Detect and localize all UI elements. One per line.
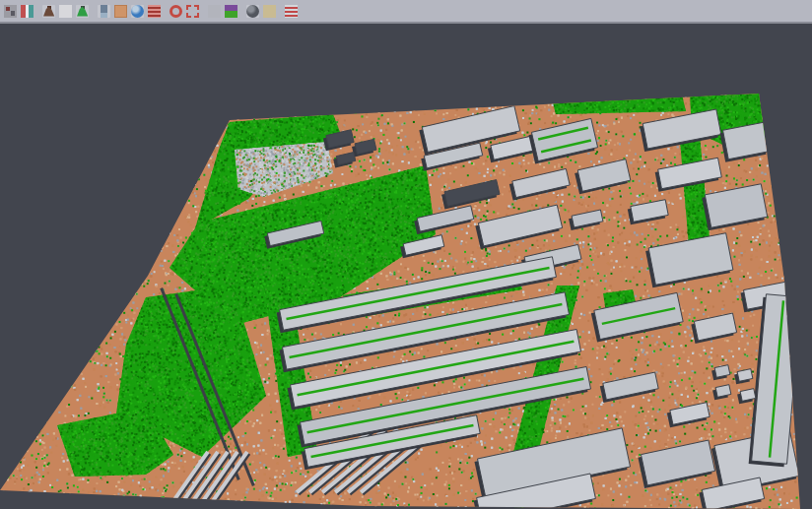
point-cloud-app-window <box>0 0 812 509</box>
flag-stripes-icon-glyph <box>285 5 298 18</box>
split-compare-icon[interactable] <box>21 5 34 18</box>
points-sample-icon-glyph <box>59 5 72 18</box>
globe-icon-glyph <box>131 5 144 18</box>
profile-view-icon[interactable] <box>98 5 110 18</box>
globe-icon[interactable] <box>131 5 144 18</box>
terrain-brown-icon[interactable] <box>42 5 55 18</box>
grid-select-icon[interactable] <box>208 5 221 18</box>
log-list-icon[interactable] <box>148 5 161 18</box>
log-list-icon-glyph <box>148 5 161 18</box>
grid-select-icon-glyph <box>208 5 221 18</box>
measure-pad-icon[interactable] <box>263 5 276 18</box>
extent-brackets-icon-glyph <box>186 5 199 18</box>
raster-pixels-icon[interactable] <box>4 5 17 18</box>
ortho-tile-icon-glyph <box>114 5 127 18</box>
main-toolbar <box>0 0 812 24</box>
target-ring-icon[interactable] <box>169 5 182 18</box>
point-cloud-canvas[interactable] <box>0 24 812 509</box>
extent-brackets-icon[interactable] <box>186 5 199 18</box>
profile-view-icon-glyph <box>101 5 107 18</box>
terrain-green-icon[interactable] <box>76 5 89 18</box>
split-compare-icon-glyph <box>21 5 34 18</box>
ortho-tile-icon[interactable] <box>114 5 127 18</box>
3d-viewport[interactable] <box>0 24 812 509</box>
dark-sphere-icon[interactable] <box>246 5 259 18</box>
classification-map-icon[interactable] <box>225 5 237 18</box>
flag-stripes-icon[interactable] <box>285 5 298 18</box>
points-sample-icon[interactable] <box>59 5 72 18</box>
target-ring-icon-glyph <box>169 5 182 18</box>
dark-sphere-icon-glyph <box>246 5 259 18</box>
measure-pad-icon-glyph <box>263 5 276 18</box>
raster-pixels-icon-glyph <box>4 5 17 18</box>
classification-map-icon-glyph <box>225 5 237 18</box>
